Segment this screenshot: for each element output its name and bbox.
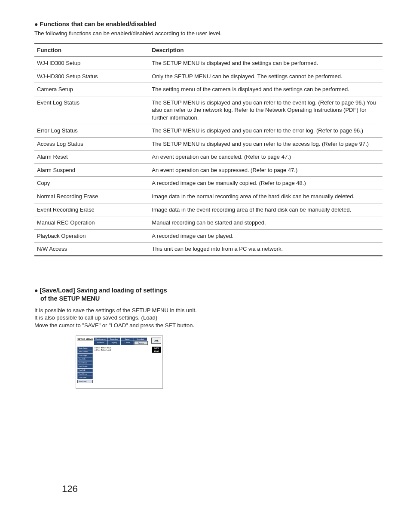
tab: Schedule	[134, 338, 147, 341]
sidebar-item: User Regist.	[77, 354, 93, 357]
sidebar-item: Host Delete	[77, 372, 93, 376]
table-row: Event Recording EraseImage data in the e…	[34, 203, 382, 216]
tab: Switcher	[94, 341, 107, 345]
screenshot-title: SETUP MENU	[77, 338, 93, 341]
sidebar-item: User Level	[77, 376, 93, 379]
table-row: Alarm ResetAn event operation can be can…	[34, 151, 382, 164]
sidebar-item: Host Regist.	[77, 365, 93, 368]
functions-table: Function Description WJ-HD300 SetupThe S…	[34, 43, 382, 256]
table-row: Alarm SuspendAn event operation can be s…	[34, 163, 382, 177]
page-number: 126	[62, 483, 78, 495]
option-load: User Setup Load	[95, 349, 150, 351]
sidebar-item: User Edit	[77, 357, 93, 361]
table-row: CopyA recorded image can be manually cop…	[34, 177, 382, 190]
section-heading-save-load: [Save/Load] Saving and loading of settin…	[34, 286, 204, 303]
table-row: Error Log StatusThe SETUP MENU is displa…	[34, 124, 382, 138]
sidebar-item: User Delete	[77, 361, 93, 365]
sidebar-item: Basic Setup	[77, 347, 93, 350]
sidebar-item: Time & Date	[77, 350, 93, 354]
tab: Maintenance	[94, 338, 107, 341]
sidebar-item: Host Edit	[77, 369, 93, 372]
table-row: Playback OperationA recorded image can b…	[34, 229, 382, 243]
tab-active: System	[134, 341, 148, 345]
screenshot-setup-menu: SETUP MENU Maintenance Recording Event S…	[76, 335, 163, 389]
tab: Recording	[107, 338, 120, 341]
section-intro: The following functions can be enabled/d…	[34, 30, 382, 37]
table-row: WJ-HD300 Setup StatusOnly the SETUP MENU…	[34, 70, 382, 83]
table-row: N/W AccessThis unit can be logged into f…	[34, 243, 382, 256]
live-button: LIVE	[151, 338, 161, 344]
col-header-function: Function	[34, 44, 149, 57]
tab: Comm	[121, 341, 134, 345]
tab: Event	[121, 338, 134, 341]
table-row: Event Log StatusThe SETUP MENU is displa…	[34, 96, 382, 124]
save-button: SAVE	[152, 347, 161, 350]
table-row: Access Log StatusThe SETUP MENU is displ…	[34, 137, 382, 151]
load-button: LOAD	[152, 350, 161, 353]
sidebar-item-selected: Save/Load	[77, 380, 93, 383]
section-heading-functions: Functions that can be enabled/disabled	[34, 21, 382, 28]
table-row: Camera SetupThe setting menu of the came…	[34, 83, 382, 96]
table-row: WJ-HD300 SetupThe SETUP MENU is displaye…	[34, 57, 382, 70]
table-row: Manual REC OperationManual recording can…	[34, 216, 382, 230]
section-body: It is possible to save the settings of t…	[34, 307, 204, 329]
table-row: Normal Recording EraseImage data in the …	[34, 190, 382, 203]
col-header-description: Description	[149, 44, 382, 57]
tab: Display	[107, 341, 120, 345]
